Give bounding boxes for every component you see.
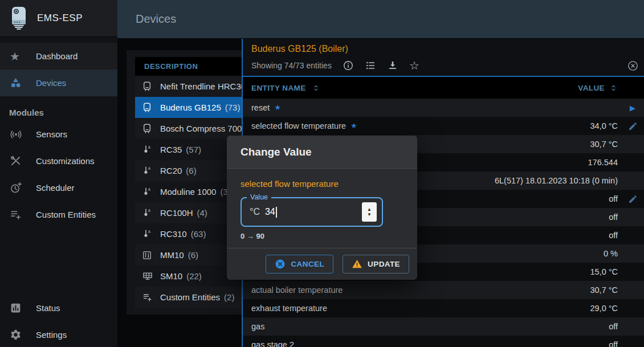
value-input-label: Value (247, 193, 271, 201)
device-count: (6) (188, 250, 198, 260)
sidebar-item-custom-entities[interactable]: Custom Entities (0, 201, 117, 228)
entity-value: 176.544 (588, 158, 618, 167)
device-count: (73) (225, 103, 241, 112)
column-value[interactable]: VALUE (578, 84, 618, 92)
entity-name: selected flow temperature (251, 121, 346, 130)
edit-icon[interactable] (626, 193, 639, 205)
thermostat-icon: A (142, 187, 152, 197)
favorite-star-icon: ★ (350, 121, 357, 130)
download-icon[interactable] (387, 60, 398, 71)
modules-heading: Modules (9, 108, 117, 117)
info-icon[interactable] (343, 60, 354, 71)
entity-panel-title: Buderus GB125 (Boiler) (243, 39, 644, 55)
entity-name: actual boiler temperature (251, 285, 343, 295)
device-count: (6) (186, 166, 196, 175)
sidebar-item-dashboard[interactable]: ★ Dashboard (0, 43, 117, 70)
sidebar-item-label: Custom Entities (36, 210, 96, 219)
thermostat-icon: A (142, 166, 152, 175)
device-count: (57) (186, 145, 201, 154)
warning-triangle-icon (352, 259, 362, 270)
sidebar-item-devices[interactable]: Devices (0, 70, 117, 96)
app-logo-bar: EMS-ESP (0, 0, 117, 37)
update-button[interactable]: UPDATE (343, 255, 409, 273)
dialog-body: selected flow temperature Value °C 34 ▲ … (227, 169, 417, 240)
sidebar-nav: ★ Dashboard Devices Modules (0, 43, 117, 228)
svg-text:A: A (148, 230, 151, 234)
app-root: Devices EMS-ESP ★ Dashboard (0, 0, 644, 347)
edit-icon[interactable] (626, 120, 639, 132)
run-command-icon[interactable]: ▶ (626, 101, 639, 114)
svg-text:A: A (148, 209, 151, 213)
table-row[interactable]: gas off (243, 317, 644, 336)
unit-text: °C (250, 207, 260, 217)
entity-name: gas stage 2 (251, 340, 294, 347)
device-name: Buderus GB125 (160, 103, 221, 112)
tools-icon (10, 155, 22, 167)
showing-entities-text: Showing 74/73 entities (251, 61, 332, 70)
solar-panel-icon (142, 272, 153, 281)
cancel-button[interactable]: CANCEL (266, 255, 333, 273)
entity-value: 29,0 °C (590, 304, 618, 313)
entity-table-header: ENTITY NAME VALUE (243, 77, 644, 99)
mixer-icon (142, 251, 152, 260)
sidebar-item-label: Status (36, 303, 60, 313)
entity-value: off (609, 340, 618, 347)
step-down-icon[interactable]: ▼ (367, 212, 372, 217)
sidebar-item-sensors[interactable]: Sensors (0, 121, 117, 148)
device-name: RC35 (160, 145, 182, 154)
entity-value: off (609, 322, 618, 331)
dialog-footer: CANCEL UPDATE (227, 248, 417, 280)
gear-icon (10, 329, 22, 341)
sidebar-item-label: Sensors (36, 129, 67, 139)
entity-value: 0 % (604, 249, 618, 258)
sidebar-item-status[interactable]: Status (0, 295, 117, 321)
close-icon[interactable] (627, 60, 639, 72)
app-title: EMS-ESP (37, 13, 83, 24)
table-row[interactable]: selected flow temperature★ 34,0 °C (243, 117, 644, 135)
thermostat-icon: A (142, 145, 152, 154)
sidebar-item-scheduler[interactable]: Scheduler (0, 174, 117, 201)
device-name: SM10 (160, 271, 182, 281)
sidebar-item-customizations[interactable]: Customizations (0, 148, 117, 174)
table-row[interactable]: gas stage 2 off (243, 336, 644, 347)
column-entity-name[interactable]: ENTITY NAME (243, 84, 320, 92)
topbar: Devices (117, 0, 644, 38)
entity-value: 30,7 °C (590, 140, 618, 149)
step-up-icon[interactable]: ▲ (367, 207, 372, 212)
sidebar-item-settings[interactable]: Settings (0, 321, 117, 347)
sidebar-item-label: Settings (36, 330, 67, 340)
value-input[interactable]: Value °C 34 ▲ ▼ (241, 197, 383, 227)
entity-name: gas (251, 322, 264, 331)
boiler-icon (142, 124, 152, 134)
device-count: (63) (191, 229, 206, 239)
table-row[interactable]: actual boiler temperature 30,7 °C (243, 281, 644, 299)
thermostat-icon: A (142, 229, 152, 239)
device-count: (22) (186, 271, 202, 281)
device-count: (2) (224, 292, 234, 302)
boiler-icon (142, 103, 152, 113)
table-row[interactable]: reset★ ▶ (243, 99, 644, 117)
playlist-add-icon (142, 292, 152, 302)
dialog-title: Change Value (227, 136, 417, 169)
clock-plus-icon (10, 182, 22, 194)
star-icon: ★ (10, 51, 20, 62)
favorite-star-icon: ★ (274, 103, 281, 112)
entity-value: 34,0 °C (590, 121, 618, 130)
change-value-dialog: Change Value selected flow temperature V… (227, 136, 417, 280)
favorites-filter-icon[interactable]: ☆ (409, 60, 419, 71)
entity-name: reset (251, 103, 270, 112)
sort-icon (609, 84, 618, 92)
bar-chart-icon (10, 302, 22, 314)
dialog-entity-name: selected flow temperature (241, 179, 403, 189)
list-view-icon[interactable] (365, 60, 376, 71)
device-name: RC20 (160, 166, 182, 175)
entity-value: off (609, 194, 618, 203)
entity-toolbar: Showing 74/73 entities ☆ (243, 55, 644, 77)
sidebar-item-label: Customizations (36, 156, 95, 166)
value-range-hint: 0 → 90 (241, 232, 403, 240)
playlist-add-icon (10, 209, 22, 221)
device-name: Bosch Compress 7000i (160, 124, 248, 133)
table-row[interactable]: exhaust temperature 29,0 °C (243, 299, 644, 317)
number-stepper[interactable]: ▲ ▼ (362, 202, 377, 222)
thermostat-icon: A (142, 208, 152, 218)
